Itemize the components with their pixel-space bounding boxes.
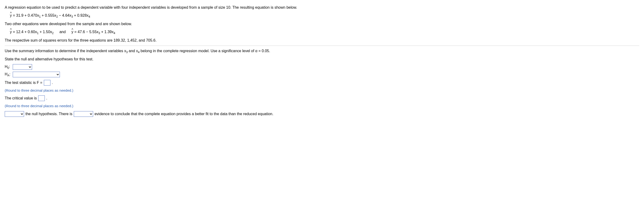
state-hypotheses-text: State the null and alternative hypothese… (5, 56, 639, 62)
ha-row: HA: (5, 71, 639, 78)
reduced-equations: ^y = 12.4 + 0.60x1 + 1.50x2 and ^y = 47.… (10, 29, 639, 35)
intro-text: A regression equation to be used to pred… (5, 5, 639, 10)
ha-label: HA: (5, 71, 11, 78)
test-stat-label: The test statistic is F = (5, 80, 42, 86)
ha-dropdown[interactable] (13, 72, 60, 77)
sse-text: The respective sum of squares errors for… (5, 38, 639, 43)
h0-row: H0: (5, 64, 639, 70)
divider (5, 46, 639, 46)
evidence-dropdown[interactable] (74, 111, 93, 117)
round-help-1: (Round to three decimal places as needed… (5, 88, 639, 93)
critical-value-input[interactable] (38, 96, 45, 101)
test-stat-row: The test statistic is F = . (5, 80, 639, 86)
two-other-text: Two other equations were developed from … (5, 21, 639, 27)
conclusion-text-2: evidence to conclude that the complete e… (94, 111, 274, 117)
h0-dropdown[interactable] (13, 64, 32, 70)
critical-value-period: . (46, 96, 47, 101)
critical-value-row: The critical value is . (5, 96, 639, 101)
test-stat-input[interactable] (44, 80, 50, 86)
conclusion-row: the null hypothesis. There is evidence t… (5, 111, 639, 117)
test-stat-period: . (52, 80, 53, 86)
decision-dropdown[interactable] (5, 111, 24, 117)
conclusion-text-1: the null hypothesis. There is (26, 111, 72, 117)
instruction-text: Use the summary information to determine… (5, 48, 639, 54)
critical-value-label: The critical value is (5, 96, 37, 101)
full-equation: ^y = 31.9 + 0.470x1 + 0.555x2 − 4.64x3 +… (10, 13, 639, 19)
h0-label: H0: (5, 64, 11, 70)
round-help-2: (Round to three decimal places as needed… (5, 103, 639, 109)
